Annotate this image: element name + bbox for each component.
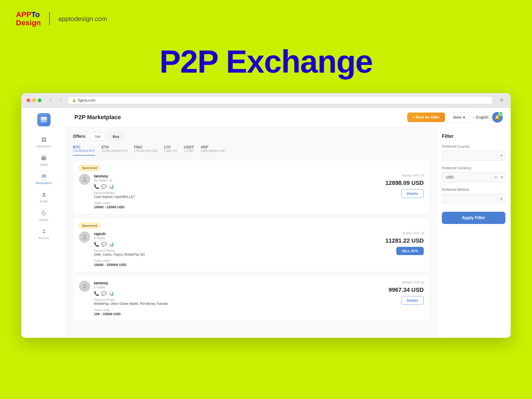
buying-label-1: Buying 1 BTC at (402, 174, 424, 177)
trade-limits-3: 100 - 15000 USD (94, 312, 371, 316)
svg-rect-3 (42, 138, 44, 139)
sidebar-logo-icon (37, 113, 51, 126)
sidebar-label-profile: Profile (40, 200, 48, 203)
details-button-1[interactable]: Details (401, 189, 424, 198)
browser-url: figma.com (78, 98, 95, 102)
language-label: English (476, 115, 488, 119)
account-icon (41, 229, 47, 235)
tab-sell[interactable]: Sell (90, 132, 106, 141)
svg-point-9 (43, 193, 45, 195)
sidebar-item-dashboard[interactable]: Dashboard (21, 134, 66, 151)
crypto-tab-name-ltc: LTC (164, 145, 177, 149)
offer-payment-icons-2: 📞 💬 📊 (94, 242, 371, 247)
more-chevron-icon: ▾ (463, 115, 465, 119)
browser-window: ‹ › 🔒 figma.com ↻ (21, 93, 511, 338)
svg-point-13 (84, 284, 86, 286)
filter-currency-label: Preferred Currency (442, 166, 505, 170)
svg-rect-6 (44, 140, 46, 142)
country-select[interactable] (442, 151, 505, 161)
crypto-tab-xrp[interactable]: XRP 9,986.636364 XRP (201, 145, 225, 156)
crypto-tab-amount-xrp: 9,986.636364 XRP (201, 149, 225, 152)
sidebar-label-marketplace: Marketplace (36, 181, 52, 185)
offers-tabs: Offers Sell Buy (73, 132, 430, 141)
tab-buy[interactable]: Buy (108, 132, 124, 141)
filter-panel: Filter Preferred Country ▾ Preferred Cur… (436, 127, 511, 338)
svg-point-12 (84, 235, 86, 237)
address-bar[interactable]: 🔒 figma.com (68, 96, 493, 104)
sidebar-item-wallet[interactable]: Wallet (21, 153, 66, 169)
trade-limits-label-2: Trade Limits (94, 259, 371, 262)
logo-text: APPTo Design (16, 11, 41, 27)
notification-button[interactable]: 🔔 496 (492, 112, 503, 123)
country-select-wrapper: ▾ (442, 151, 505, 161)
svg-rect-0 (41, 121, 47, 122)
offer-right-1: Buying 1 BTC at 12898.09 USD Details (371, 174, 424, 198)
trade-limits-1: 10000 - 23000 USD (94, 205, 371, 209)
logo-block: APPTo Design apptodesign.com (16, 11, 107, 27)
reload-button[interactable]: ↻ (498, 97, 505, 104)
language-dash: - (473, 115, 475, 119)
sidebar-item-history[interactable]: History (21, 208, 66, 224)
chat-icon-2: 💬 (101, 242, 107, 247)
phone-icon-3: 📞 (94, 291, 99, 296)
crypto-tab-ltc[interactable]: LTC 5,000 LTC (164, 145, 177, 156)
crypto-tab-amount-finz: 278,444.584 FINZ (134, 149, 158, 152)
main-title: P2P Exchange (0, 43, 532, 80)
currency-clear-icon[interactable]: ✕ (494, 175, 497, 179)
dot-red[interactable] (27, 98, 30, 102)
crypto-tab-amount-btc: 178,453033 BTC (73, 149, 95, 152)
chat-icon-1: 💬 (101, 184, 107, 189)
dot-green[interactable] (38, 98, 41, 102)
svg-rect-2 (41, 117, 47, 119)
sidebar-item-profile[interactable]: Profile (21, 189, 66, 206)
payment-modes-2: Zelle, Cashu, Payza, MobilePay NO (94, 253, 371, 256)
post-offer-button[interactable]: + Post An Offer (407, 113, 445, 122)
sidebar: Dashboard Wallet Marketplace (21, 108, 66, 338)
sponsored-badge-1: Sponsored (79, 165, 100, 171)
sell-button-2[interactable]: SELL BTC (396, 247, 424, 255)
crypto-tab-name-eth: ETH (101, 145, 127, 149)
crypto-tab-usdt[interactable]: USDT 1 USDT (184, 145, 194, 156)
offer-trades-3: 5 Trades (94, 286, 371, 289)
history-icon (41, 210, 47, 217)
dot-yellow[interactable] (32, 98, 36, 102)
forward-button[interactable]: › (57, 97, 64, 104)
details-button-3[interactable]: Details (401, 296, 424, 305)
offer-right-3: Buying 1 BTC at 9967.34 USD Details (371, 281, 424, 305)
header-actions: + Post An Offer More ▾ - English 🔔 496 (407, 112, 503, 123)
sidebar-item-marketplace[interactable]: Marketplace (21, 171, 66, 187)
crypto-tab-btc[interactable]: BTC 178,453033 BTC (73, 145, 95, 156)
avatar-3 (79, 281, 90, 292)
logo-divider (49, 12, 50, 26)
filter-group-country: Preferred Country ▾ (442, 144, 505, 161)
back-button[interactable]: ‹ (47, 97, 54, 104)
crypto-tab-finz[interactable]: FINZ 278,444.584 FINZ (134, 145, 158, 156)
offer-price-1: 12898.09 USD (385, 180, 424, 186)
browser-dots (27, 98, 41, 102)
avatar-1 (79, 174, 90, 185)
payment-modes-label-1: Payment Modes (94, 191, 371, 194)
payment-modes-3: MobilePay, Other Online Wallet, RIA Mone… (94, 302, 371, 306)
apply-filter-button[interactable]: Apply Filter (442, 212, 505, 224)
trade-limits-label-3: Trade Limits (94, 308, 371, 311)
logo-design: Design (16, 19, 41, 27)
offer-payment-icons-1: 📞 💬 📊 (94, 184, 371, 189)
more-label: More (453, 115, 462, 119)
language-selector[interactable]: - English (473, 115, 488, 119)
crypto-tab-name-xrp: XRP (201, 145, 225, 149)
svg-rect-1 (41, 119, 47, 120)
chat-icon-3: 💬 (101, 291, 107, 296)
method-select[interactable] (442, 194, 505, 204)
marketplace-icon (41, 174, 47, 180)
sidebar-label-wallet: Wallet (40, 163, 48, 166)
offer-username-2: rajesh (94, 231, 371, 236)
offer-trades-2: 8 Trades (94, 236, 371, 240)
notification-badge: 496 (498, 111, 503, 116)
sponsored-badge-2: Sponsored (79, 223, 100, 228)
more-button[interactable]: More ▾ (449, 112, 470, 122)
crypto-tab-eth[interactable]: ETH 19,844.495461 ETH (101, 145, 127, 156)
offer-user-info-2: rajesh 8 Trades 📞 💬 📊 Payment Modes Zell… (94, 231, 371, 267)
sidebar-item-account[interactable]: Account (21, 226, 66, 242)
crypto-tab-name-finz: FINZ (134, 145, 158, 149)
page-title: P2P Marketplace (74, 114, 121, 121)
